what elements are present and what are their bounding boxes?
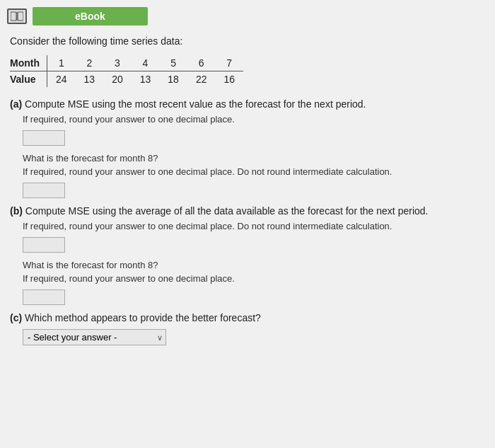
month-3: 3: [103, 55, 132, 71]
table-header-row: Month 1 2 3 4 5 6 7: [10, 55, 243, 71]
month-1: 1: [47, 55, 75, 71]
svg-rect-0: [11, 12, 16, 21]
section-a-forecast-input[interactable]: [23, 183, 65, 198]
section-a-mse-input[interactable]: [23, 130, 65, 146]
value-3: 20: [103, 71, 132, 88]
section-b-instruction1: If required, round your answer to one de…: [23, 221, 485, 231]
month-5: 5: [159, 55, 187, 71]
dropdown-container: - Select your answer - Method A (most re…: [23, 329, 166, 345]
section-b-title: (b) Compute MSE using the average of all…: [10, 205, 485, 217]
section-b-instruction2: If required, round your answer to one de…: [23, 273, 485, 284]
section-b-question: What is the forecast for month 8?: [23, 260, 485, 270]
section-a-question: What is the forecast for month 8?: [23, 153, 485, 163]
month-2: 2: [76, 55, 104, 71]
month-7: 7: [215, 55, 243, 71]
month-4: 4: [132, 55, 160, 71]
month-label: Month: [10, 55, 47, 71]
value-4: 13: [132, 71, 160, 88]
section-a-instruction1: If required, round your answer to one de…: [23, 114, 485, 125]
section-b: (b) Compute MSE using the average of all…: [0, 205, 495, 305]
table-data-row: Value 24 13 20 13 18 22 16: [10, 71, 243, 88]
select-answer-wrapper: - Select your answer - Method A (most re…: [23, 329, 485, 345]
month-6: 6: [187, 55, 216, 71]
answer-select[interactable]: - Select your answer - Method A (most re…: [23, 329, 166, 345]
intro-text: Consider the following time series data:: [0, 35, 495, 47]
value-7: 16: [215, 71, 243, 88]
value-2: 13: [76, 71, 104, 88]
value-label: Value: [10, 71, 47, 88]
page-container: eBook Consider the following time series…: [0, 0, 495, 448]
value-1: 24: [47, 71, 75, 88]
ebook-header: eBook: [0, 7, 495, 25]
section-c-title: (c) Which method appears to provide the …: [10, 312, 485, 323]
value-5: 18: [159, 71, 187, 88]
section-b-mse-input[interactable]: [23, 237, 65, 253]
data-table: Month 1 2 3 4 5 6 7 Value 24 13 20 13 18…: [10, 55, 243, 87]
ebook-button[interactable]: eBook: [33, 7, 148, 25]
section-a-instruction2: If required, round your answer to one de…: [23, 166, 485, 177]
svg-rect-1: [18, 12, 23, 21]
book-icon: [7, 8, 27, 24]
value-6: 22: [187, 71, 216, 88]
section-c: (c) Which method appears to provide the …: [0, 312, 495, 345]
section-b-forecast-input[interactable]: [23, 289, 65, 305]
section-a: (a) Compute MSE using the most recent va…: [0, 98, 495, 198]
section-a-title: (a) Compute MSE using the most recent va…: [10, 98, 485, 110]
